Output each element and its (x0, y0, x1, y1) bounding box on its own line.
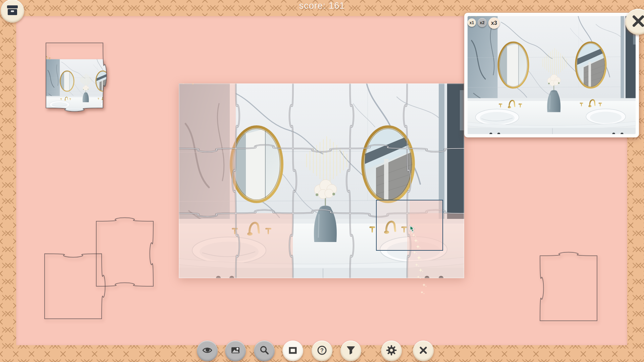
edges-button[interactable] (282, 341, 303, 361)
multiplier-x3-button[interactable]: x3 (488, 17, 500, 29)
exit-button[interactable] (413, 341, 434, 361)
assembled-puzzle[interactable] (179, 83, 464, 278)
background-button[interactable] (225, 341, 246, 361)
box-icon (6, 5, 18, 17)
score-value: 161 (329, 1, 345, 11)
puzzle-piece-right-sink[interactable] (538, 237, 599, 323)
question-icon: ? (316, 345, 328, 357)
close-icon (631, 14, 644, 29)
piece-tray-button[interactable] (1, 0, 24, 23)
zoom-button[interactable] (254, 341, 275, 361)
funnel-icon (345, 345, 357, 357)
svg-text:?: ? (320, 348, 324, 353)
game-screen: { "hud": { "score_label": "score:", "sco… (0, 0, 644, 362)
magnifier-icon (258, 345, 270, 357)
puzzle-piece-faucet[interactable] (94, 203, 155, 288)
frame-icon (287, 345, 299, 357)
score-display: score:161 (0, 1, 644, 11)
image-icon (229, 345, 241, 357)
eye-icon (201, 345, 213, 357)
settings-button[interactable] (381, 341, 402, 361)
preview-window[interactable]: x1 x2 x3 (464, 13, 639, 137)
multiplier-x2-button[interactable]: x2 (478, 18, 487, 27)
multiplier-x1-button[interactable]: x1 (468, 18, 476, 27)
show-preview-button[interactable] (197, 341, 218, 361)
close-icon (417, 345, 429, 357)
help-button[interactable]: ? (312, 341, 332, 361)
gear-icon (385, 344, 398, 358)
preview-image (468, 16, 636, 134)
zoom-multipliers: x1 x2 x3 (468, 17, 500, 29)
puzzle-piece-marble-corner[interactable] (44, 41, 121, 126)
score-label: score: (299, 1, 326, 11)
sort-pieces-button[interactable] (340, 341, 361, 361)
